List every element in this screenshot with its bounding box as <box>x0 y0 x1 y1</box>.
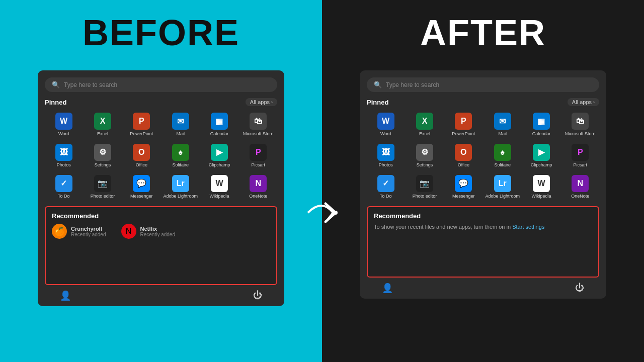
app-item-photos[interactable]: 🖼Photos <box>367 141 405 170</box>
app-icon-clipchamp: ▶ <box>211 144 228 161</box>
app-item-word[interactable]: WWord <box>367 110 405 139</box>
after-panel: 🔍 Type here to search Pinned All apps › … <box>322 65 644 362</box>
before-recommended-section: Recommended 🍊CrunchyrollRecently addedNN… <box>45 206 277 285</box>
app-label-calendar: Calendar <box>532 131 551 137</box>
app-item-onenote[interactable]: NOneNote <box>239 172 277 202</box>
app-item-photoeditor[interactable]: 📷Photo editor <box>84 172 121 202</box>
app-item-excel[interactable]: XExcel <box>406 110 443 139</box>
app-icon-messenger: 💬 <box>455 175 472 192</box>
app-item-office[interactable]: OOffice <box>445 141 482 170</box>
app-icon-wikipedia: W <box>211 175 228 192</box>
app-item-lightroom[interactable]: LrAdobe Lightroom <box>484 172 521 202</box>
app-label-messenger: Messenger <box>452 194 475 199</box>
rec-icon-crunchyroll: 🍊 <box>52 224 67 239</box>
after-power-icon[interactable]: ⏻ <box>575 283 584 294</box>
after-all-apps-btn[interactable]: All apps › <box>568 98 599 106</box>
app-label-office: Office <box>136 162 147 168</box>
app-label-mail: Mail <box>498 131 507 137</box>
app-icon-photos: 🖼 <box>55 144 72 161</box>
app-icon-office: O <box>455 144 472 161</box>
after-label: AFTER <box>420 12 546 53</box>
app-item-powerpoint[interactable]: PPowerPoint <box>123 110 160 139</box>
app-label-office: Office <box>458 162 469 168</box>
app-label-messenger: Messenger <box>130 194 153 199</box>
after-start-menu: 🔍 Type here to search Pinned All apps › … <box>360 70 606 299</box>
app-item-settings[interactable]: ⚙Settings <box>84 141 121 170</box>
before-recommended-items: 🍊CrunchyrollRecently addedNNetflixRecent… <box>52 224 270 279</box>
app-icon-onenote: N <box>572 175 589 192</box>
app-label-excel: Excel <box>419 131 430 137</box>
before-search-bar[interactable]: 🔍 Type here to search <box>45 77 277 92</box>
after-user-icon[interactable]: 👤 <box>382 283 393 294</box>
app-item-picsart[interactable]: PPicsart <box>239 141 277 170</box>
app-icon-calendar: ▦ <box>211 113 228 130</box>
app-item-messenger[interactable]: 💬Messenger <box>123 172 160 202</box>
app-item-word[interactable]: WWord <box>45 110 83 139</box>
rec-text-crunchyroll: CrunchyrollRecently added <box>71 226 106 237</box>
app-item-messenger[interactable]: 💬Messenger <box>445 172 482 202</box>
before-search-icon: 🔍 <box>52 81 60 88</box>
app-label-word: Word <box>380 131 391 137</box>
app-item-mail[interactable]: ✉Mail <box>484 110 521 139</box>
rec-name-crunchyroll: Crunchyroll <box>71 226 106 232</box>
app-item-photos[interactable]: 🖼Photos <box>45 141 83 170</box>
app-item-clipchamp[interactable]: ▶Clipchamp <box>200 141 238 170</box>
app-item-excel[interactable]: XExcel <box>84 110 121 139</box>
app-item-calendar[interactable]: ▦Calendar <box>522 110 560 139</box>
app-label-photos: Photos <box>57 162 71 168</box>
before-all-apps-btn[interactable]: All apps › <box>246 98 277 106</box>
after-recommended-title: Recommended <box>374 212 592 220</box>
app-icon-messenger: 💬 <box>133 175 150 192</box>
before-pinned-label: Pinned <box>45 99 66 106</box>
app-item-settings[interactable]: ⚙Settings <box>406 141 443 170</box>
before-label: BEFORE <box>83 12 239 53</box>
app-icon-powerpoint: P <box>455 113 472 130</box>
app-item-lightroom[interactable]: LrAdobe Lightroom <box>162 172 199 202</box>
app-label-photoeditor: Photo editor <box>413 194 437 199</box>
app-item-office[interactable]: OOffice <box>123 141 160 170</box>
app-icon-calendar: ▦ <box>533 113 550 130</box>
app-item-store[interactable]: 🛍Microsoft Store <box>561 110 599 139</box>
after-pinned-label: Pinned <box>367 99 388 106</box>
rec-sublabel-netflix: Recently added <box>140 232 176 237</box>
app-label-store: Microsoft Store <box>243 131 274 137</box>
after-start-settings-link[interactable]: Start settings <box>512 224 544 230</box>
app-item-todo[interactable]: ✓To Do <box>367 172 405 202</box>
app-icon-todo: ✓ <box>377 175 394 192</box>
app-label-word: Word <box>58 131 69 137</box>
app-icon-settings: ⚙ <box>94 144 111 161</box>
app-item-calendar[interactable]: ▦Calendar <box>200 110 238 139</box>
app-item-wikipedia[interactable]: WWikipedia <box>522 172 560 202</box>
after-search-icon: 🔍 <box>374 81 382 88</box>
before-power-icon[interactable]: ⏻ <box>253 290 262 301</box>
app-item-onenote[interactable]: NOneNote <box>561 172 599 202</box>
svg-point-0 <box>334 211 338 215</box>
app-icon-lightroom: Lr <box>494 175 511 192</box>
app-item-powerpoint[interactable]: PPowerPoint <box>445 110 482 139</box>
app-item-solitaire[interactable]: ♠Solitaire <box>162 141 199 170</box>
app-icon-store: 🛍 <box>250 113 267 130</box>
app-label-todo: To Do <box>58 194 70 199</box>
app-label-onenote: OneNote <box>249 194 267 199</box>
app-item-photoeditor[interactable]: 📷Photo editor <box>406 172 443 202</box>
app-icon-photoeditor: 📷 <box>416 175 433 192</box>
app-icon-wikipedia: W <box>533 175 550 192</box>
after-search-bar[interactable]: 🔍 Type here to search <box>367 77 599 92</box>
app-item-wikipedia[interactable]: WWikipedia <box>200 172 238 202</box>
app-item-store[interactable]: 🛍Microsoft Store <box>239 110 277 139</box>
before-user-icon[interactable]: 👤 <box>60 290 71 301</box>
app-item-picsart[interactable]: PPicsart <box>561 141 599 170</box>
app-item-todo[interactable]: ✓To Do <box>45 172 83 202</box>
after-app-grid: WWordXExcelPPowerPoint✉Mail▦Calendar🛍Mic… <box>367 110 599 201</box>
after-recommended-section: Recommended To show your recent files an… <box>367 206 599 278</box>
app-icon-excel: X <box>416 113 433 130</box>
app-label-lightroom: Adobe Lightroom <box>485 194 520 199</box>
app-item-mail[interactable]: ✉Mail <box>162 110 199 139</box>
before-app-grid: WWordXExcelPPowerPoint✉Mail▦Calendar🛍Mic… <box>45 110 277 201</box>
app-item-clipchamp[interactable]: ▶Clipchamp <box>522 141 560 170</box>
rec-item-crunchyroll[interactable]: 🍊CrunchyrollRecently added <box>52 224 106 239</box>
app-label-photos: Photos <box>379 162 393 168</box>
app-label-solitaire: Solitaire <box>172 162 189 168</box>
app-item-solitaire[interactable]: ♠Solitaire <box>484 141 521 170</box>
rec-item-netflix[interactable]: NNetflixRecently added <box>121 224 176 239</box>
